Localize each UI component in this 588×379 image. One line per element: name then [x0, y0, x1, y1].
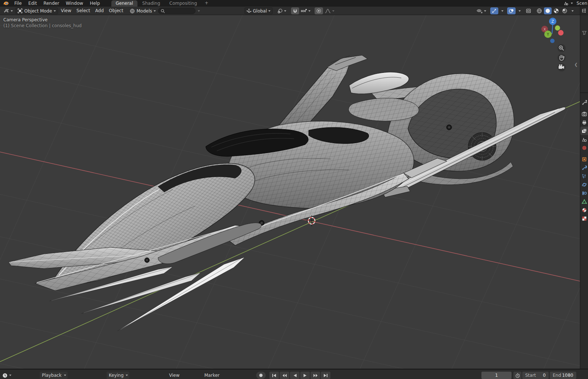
next-keyframe-button[interactable]: [311, 372, 320, 379]
editor-type-chevron-icon[interactable]: [9, 375, 11, 376]
prev-keyframe-button[interactable]: [280, 372, 289, 379]
properties-tab-object-data[interactable]: [580, 197, 588, 206]
properties-tab-object[interactable]: [580, 155, 588, 163]
gizmo-axis-z-neg[interactable]: [550, 39, 555, 43]
search-input[interactable]: [158, 8, 196, 14]
playback-menu[interactable]: Playback: [40, 372, 68, 379]
keying-menu[interactable]: Keying: [107, 372, 129, 379]
nav-gizmo[interactable]: Z X Y: [541, 18, 564, 43]
menu-edit[interactable]: Edit: [25, 0, 40, 7]
outliner-area[interactable]: [580, 15, 588, 93]
physics-icon: [582, 182, 587, 187]
menu-window[interactable]: Window: [62, 0, 86, 7]
properties-tab-scene[interactable]: [580, 135, 588, 144]
gizmo-axis-x-pos[interactable]: [558, 30, 564, 36]
workspace-tab-shading[interactable]: Shading: [138, 0, 165, 7]
overlays-icon: [509, 8, 514, 13]
viewport-canvas: Z X Y: [0, 15, 580, 369]
pivot-point-dropdown[interactable]: [276, 7, 288, 14]
sidebar-toggle-arrow[interactable]: ❮: [574, 62, 578, 67]
properties-tab-tool[interactable]: [580, 98, 588, 107]
properties-tab-view-layer[interactable]: [580, 127, 588, 135]
scene-datablock-icon[interactable]: [563, 1, 569, 6]
asset-globe-icon: [130, 8, 135, 14]
outliner-tree-icon[interactable]: [582, 8, 587, 13]
shading-solid-icon: [545, 8, 551, 14]
3d-model-wireframe-ship[interactable]: [8, 55, 566, 331]
shading-material-button[interactable]: [552, 7, 560, 14]
auto-keying-button[interactable]: [513, 372, 521, 379]
properties-tab-output[interactable]: [580, 118, 588, 127]
properties-tab-texture[interactable]: [580, 214, 588, 223]
play-reverse-button[interactable]: [290, 372, 300, 379]
marker-menu[interactable]: Marker: [201, 372, 222, 379]
play-button[interactable]: [300, 372, 310, 379]
scene-chevron-icon[interactable]: [571, 3, 573, 4]
prev-keyframe-icon: [282, 373, 287, 378]
zoom-button[interactable]: [557, 44, 566, 52]
clock-editor-icon[interactable]: [2, 373, 8, 378]
properties-tab-material[interactable]: [580, 206, 588, 214]
search-filter-chevron-icon[interactable]: [198, 10, 200, 12]
object-visibility-dropdown[interactable]: [476, 7, 487, 14]
menu-view[interactable]: View: [58, 7, 74, 15]
timeline-editor: Playback Keying View Marker 1: [0, 369, 588, 379]
object-mode-icon: [18, 8, 22, 13]
properties-tab-constraints[interactable]: [580, 189, 588, 197]
current-frame-field[interactable]: 1: [481, 372, 512, 379]
properties-tab-particles[interactable]: [580, 172, 588, 180]
mode-dropdown[interactable]: Object Mode: [15, 7, 58, 14]
shading-dropdown[interactable]: [569, 7, 574, 14]
overlays-dropdown[interactable]: [516, 7, 521, 14]
camera-view-button[interactable]: [557, 63, 566, 71]
jump-start-icon: [272, 373, 276, 378]
asset-library-dropdown[interactable]: Models: [128, 7, 157, 14]
3d-viewport[interactable]: Z X Y: [0, 15, 580, 369]
play-icon: [303, 373, 307, 378]
record-button[interactable]: [256, 372, 266, 379]
menu-select[interactable]: Select: [74, 7, 93, 15]
blender-logo-icon[interactable]: [3, 1, 9, 6]
gizmo-x-label: X: [544, 28, 546, 31]
properties-tab-render[interactable]: [580, 110, 588, 118]
shading-solid-button[interactable]: [544, 7, 552, 14]
falloff-dropdown[interactable]: [324, 7, 336, 14]
view-menu[interactable]: View: [166, 372, 182, 379]
properties-tab-modifiers[interactable]: [580, 163, 588, 172]
xray-toggle[interactable]: [524, 7, 533, 14]
shading-material-icon: [553, 8, 559, 14]
frame-end-field[interactable]: End1080: [550, 372, 576, 379]
properties-tab-physics[interactable]: [580, 180, 588, 189]
jump-end-button[interactable]: [321, 372, 330, 379]
scene-name-field[interactable]: Scen: [577, 1, 588, 6]
proportional-editing-toggle[interactable]: [315, 7, 323, 14]
jump-end-icon: [323, 373, 328, 378]
menu-help[interactable]: Help: [86, 0, 103, 7]
frame-start-field[interactable]: Start0: [522, 372, 549, 379]
workspace-tab-general[interactable]: General: [111, 0, 137, 7]
gizmo-z-label: Z: [552, 20, 554, 24]
snap-toggle-button[interactable]: [291, 7, 299, 14]
pan-hand-button[interactable]: [557, 54, 566, 62]
gizmos-dropdown[interactable]: [499, 7, 504, 14]
properties-tab-world[interactable]: [580, 144, 588, 152]
filter-icon[interactable]: [582, 31, 587, 35]
menu-file[interactable]: File: [11, 0, 25, 7]
menu-add[interactable]: Add: [93, 7, 106, 15]
shading-wireframe-button[interactable]: [535, 7, 543, 14]
transform-orientation-dropdown[interactable]: Global: [244, 7, 273, 14]
editor-type-button[interactable]: [2, 7, 15, 14]
jump-start-button[interactable]: [269, 372, 279, 379]
menu-object[interactable]: Object: [106, 7, 126, 15]
workspace-tab-compositing[interactable]: Compositing: [165, 0, 201, 7]
gizmo-axis-y-pos[interactable]: [555, 25, 560, 31]
add-workspace-button[interactable]: +: [202, 0, 211, 7]
gizmos-toggle[interactable]: [490, 7, 498, 14]
snap-target-dropdown[interactable]: [300, 7, 312, 14]
orientation-axes-icon: [247, 8, 251, 13]
tool-icon: [582, 100, 587, 105]
properties-tab-strip: [580, 93, 588, 369]
overlays-toggle[interactable]: [507, 7, 516, 14]
menu-render[interactable]: Render: [40, 0, 62, 7]
shading-rendered-button[interactable]: [561, 7, 569, 14]
